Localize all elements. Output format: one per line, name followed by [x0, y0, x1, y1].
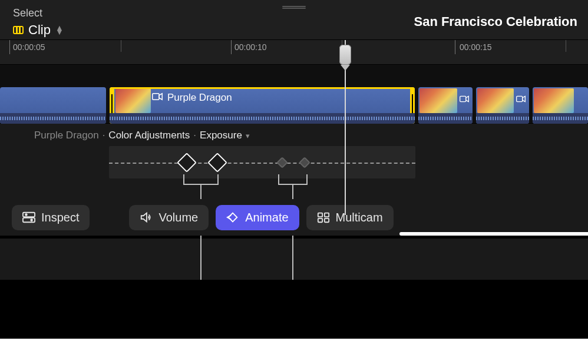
timeline-header: Select Clip ▲▼ San Francisco Celebration [0, 0, 588, 40]
inspect-button[interactable]: Inspect [12, 205, 90, 230]
keyframe-editor[interactable]: Purple Dragon · Color Adjustments · Expo… [0, 124, 588, 199]
clip-title-text: Purple Dragon [167, 92, 232, 104]
clip-next-1[interactable] [418, 87, 473, 124]
chevron-down-icon: ▾ [246, 131, 250, 140]
volume-button[interactable]: Volume [129, 205, 209, 230]
svg-point-5 [25, 214, 27, 216]
svg-rect-1 [460, 96, 466, 101]
multicam-button[interactable]: Multicam [306, 205, 394, 230]
clip-prev[interactable] [0, 87, 106, 124]
edit-mode-selector[interactable]: Clip ▲▼ [13, 22, 64, 38]
clip-next-2[interactable] [476, 87, 529, 124]
svg-rect-3 [23, 213, 35, 217]
video-track[interactable]: Purple Dragon [0, 65, 588, 124]
select-mode-label: Select [13, 7, 42, 19]
keyframe-strip[interactable] [109, 146, 415, 178]
volume-label: Volume [158, 211, 198, 224]
svg-rect-10 [324, 219, 328, 222]
ruler-tick-label: 00:00:15 [460, 42, 492, 52]
playhead[interactable] [345, 40, 346, 215]
video-icon [460, 94, 469, 105]
svg-rect-2 [517, 96, 523, 101]
keyframe-marker[interactable] [177, 153, 197, 173]
time-ruler[interactable]: 00:00:05 00:00:10 00:00:15 [0, 40, 588, 65]
inspect-label: Inspect [41, 211, 79, 224]
svg-rect-4 [23, 218, 35, 222]
breadcrumb-clip: Purple Dragon [34, 130, 99, 141]
animate-button[interactable]: Animate [216, 205, 299, 230]
clip-icon [13, 26, 24, 34]
updown-icon: ▲▼ [55, 26, 64, 34]
ruler-tick-label: 00:00:10 [234, 42, 267, 52]
video-icon [516, 94, 526, 105]
annotation-bracket [278, 174, 308, 185]
keyframe-marker[interactable] [207, 153, 227, 173]
clip-title: Purple Dragon [152, 92, 232, 104]
playhead-knob[interactable] [339, 45, 351, 65]
animate-label: Animate [245, 211, 288, 224]
clip-next-3[interactable] [533, 87, 588, 124]
clip-selected[interactable]: Purple Dragon [110, 87, 415, 124]
breadcrumb-category: Color Adjustments [108, 130, 190, 141]
svg-rect-8 [324, 213, 328, 217]
edit-mode-label: Clip [28, 22, 51, 38]
zoom-slider-rail[interactable] [399, 232, 588, 236]
keyframe-breadcrumb[interactable]: Purple Dragon · Color Adjustments · Expo… [34, 130, 250, 141]
inspector-toolbar: Inspect Volume Animate Multicam [0, 199, 588, 236]
svg-rect-9 [318, 219, 322, 222]
svg-rect-7 [318, 213, 322, 217]
project-title: San Francisco Celebration [414, 14, 577, 29]
svg-rect-0 [153, 94, 159, 100]
ruler-tick-label: 00:00:05 [13, 42, 45, 52]
video-editor-timeline: Select Clip ▲▼ San Francisco Celebration… [0, 0, 588, 280]
annotation-bracket [183, 174, 219, 185]
keyframe-marker-inactive[interactable] [276, 157, 288, 168]
multicam-label: Multicam [336, 211, 383, 224]
video-icon [152, 92, 163, 104]
keyframe-marker-inactive[interactable] [299, 157, 310, 168]
svg-point-6 [31, 219, 32, 221]
breadcrumb-parameter: Exposure [200, 130, 242, 141]
drag-handle-icon[interactable] [282, 6, 306, 7]
